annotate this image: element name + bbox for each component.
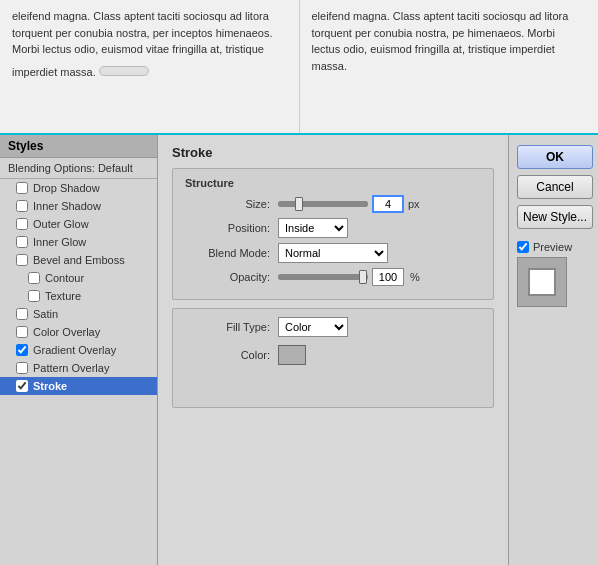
stroke-label: Stroke	[33, 380, 67, 392]
size-input-field[interactable]	[372, 195, 404, 213]
blending-options-item[interactable]: Blending Options: Default	[0, 158, 157, 179]
sidebar-item-color-overlay[interactable]: Color Overlay	[0, 323, 157, 341]
sidebar-item-texture[interactable]: Texture	[0, 287, 157, 305]
sidebar-item-drop-shadow[interactable]: Drop Shadow	[0, 179, 157, 197]
position-label: Position:	[185, 222, 270, 234]
blend-mode-row: Blend Mode: Normal Dissolve Multiply	[185, 243, 481, 263]
color-swatch[interactable]	[278, 345, 306, 365]
opacity-slider-container: %	[278, 268, 420, 286]
styles-panel: Styles Blending Options: Default Drop Sh…	[0, 135, 158, 565]
sidebar-item-inner-shadow[interactable]: Inner Shadow	[0, 197, 157, 215]
blend-mode-label: Blend Mode:	[185, 247, 270, 259]
pattern-overlay-checkbox[interactable]	[16, 362, 28, 374]
texture-label: Texture	[45, 290, 81, 302]
top-content-area: eleifend magna. Class aptent taciti soci…	[0, 0, 598, 135]
size-label: Size:	[185, 198, 270, 210]
structure-box: Structure Size: px Position: Inside Outs…	[172, 168, 494, 300]
right-paragraph: eleifend magna. Class aptent taciti soci…	[312, 10, 569, 72]
sidebar-item-satin[interactable]: Satin	[0, 305, 157, 323]
inner-glow-label: Inner Glow	[33, 236, 86, 248]
satin-label: Satin	[33, 308, 58, 320]
color-row: Color:	[185, 345, 481, 365]
pill-button[interactable]	[99, 66, 149, 76]
color-overlay-checkbox[interactable]	[16, 326, 28, 338]
contour-checkbox[interactable]	[28, 272, 40, 284]
blend-mode-select[interactable]: Normal Dissolve Multiply	[278, 243, 388, 263]
opacity-slider[interactable]	[278, 274, 368, 280]
satin-checkbox[interactable]	[16, 308, 28, 320]
texture-checkbox[interactable]	[28, 290, 40, 302]
inner-shadow-checkbox[interactable]	[16, 200, 28, 212]
sidebar-item-gradient-overlay[interactable]: Gradient Overlay	[0, 341, 157, 359]
structure-box-title: Structure	[185, 177, 481, 189]
cancel-button[interactable]: Cancel	[517, 175, 593, 199]
gradient-overlay-label: Gradient Overlay	[33, 344, 116, 356]
sidebar-item-outer-glow[interactable]: Outer Glow	[0, 215, 157, 233]
fill-type-row: Fill Type: Color Gradient Pattern	[185, 317, 481, 337]
sidebar-item-stroke[interactable]: Stroke	[0, 377, 157, 395]
ok-button[interactable]: OK	[517, 145, 593, 169]
fill-type-section: Fill Type: Color Gradient Pattern Color:	[172, 308, 494, 408]
contour-label: Contour	[45, 272, 84, 284]
sidebar-item-contour[interactable]: Contour	[0, 269, 157, 287]
bevel-emboss-label: Bevel and Emboss	[33, 254, 125, 266]
bevel-emboss-checkbox[interactable]	[16, 254, 28, 266]
gradient-overlay-checkbox[interactable]	[16, 344, 28, 356]
color-label: Color:	[185, 349, 270, 361]
fill-type-select[interactable]: Color Gradient Pattern	[278, 317, 348, 337]
pattern-overlay-label: Pattern Overlay	[33, 362, 109, 374]
preview-label-row: Preview	[517, 241, 572, 253]
inner-shadow-label: Inner Shadow	[33, 200, 101, 212]
preview-checkbox[interactable]	[517, 241, 529, 253]
top-right-text: eleifend magna. Class aptent taciti soci…	[300, 0, 599, 133]
size-unit-label: px	[408, 198, 420, 210]
drop-shadow-checkbox[interactable]	[16, 182, 28, 194]
inner-glow-checkbox[interactable]	[16, 236, 28, 248]
opacity-label: Opacity:	[185, 271, 270, 283]
styles-header: Styles	[0, 135, 157, 158]
controls-panel: Stroke Structure Size: px Position: Insi…	[158, 135, 508, 565]
opacity-input-field[interactable]	[372, 268, 404, 286]
preview-inner-box	[528, 268, 556, 296]
stroke-checkbox[interactable]	[16, 380, 28, 392]
fill-type-label: Fill Type:	[185, 321, 270, 333]
drop-shadow-label: Drop Shadow	[33, 182, 100, 194]
preview-section: Preview	[517, 241, 590, 307]
outer-glow-label: Outer Glow	[33, 218, 89, 230]
color-overlay-label: Color Overlay	[33, 326, 100, 338]
stroke-section-title: Stroke	[172, 145, 494, 160]
opacity-row: Opacity: %	[185, 268, 481, 286]
right-buttons-panel: OK Cancel New Style... Preview	[508, 135, 598, 565]
preview-box	[517, 257, 567, 307]
new-style-button[interactable]: New Style...	[517, 205, 593, 229]
position-row: Position: Inside Outside Center	[185, 218, 481, 238]
size-slider-container: px	[278, 195, 420, 213]
sidebar-item-pattern-overlay[interactable]: Pattern Overlay	[0, 359, 157, 377]
size-row: Size: px	[185, 195, 481, 213]
sidebar-item-bevel-emboss[interactable]: Bevel and Emboss	[0, 251, 157, 269]
opacity-unit-label: %	[410, 271, 420, 283]
sidebar-item-inner-glow[interactable]: Inner Glow	[0, 233, 157, 251]
main-dialog-area: Styles Blending Options: Default Drop Sh…	[0, 135, 598, 565]
outer-glow-checkbox[interactable]	[16, 218, 28, 230]
size-slider[interactable]	[278, 201, 368, 207]
position-select[interactable]: Inside Outside Center	[278, 218, 348, 238]
top-left-text: eleifend magna. Class aptent taciti soci…	[0, 0, 300, 133]
preview-text: Preview	[533, 241, 572, 253]
